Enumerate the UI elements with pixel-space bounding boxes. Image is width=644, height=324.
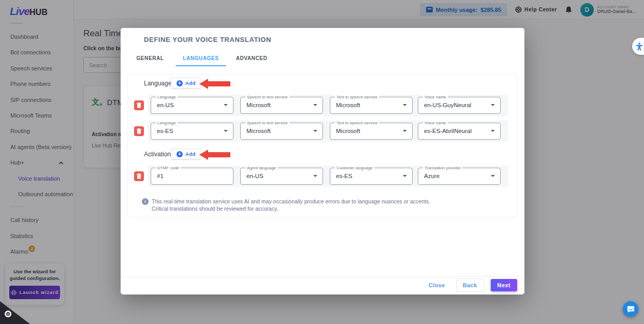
tab-advanced[interactable]: ADVANCED bbox=[226, 53, 277, 66]
field-label: DTMF code bbox=[156, 166, 181, 170]
chevron-down-icon bbox=[491, 175, 495, 177]
stt-service-select[interactable]: Speech to text service Microsoft bbox=[240, 97, 323, 114]
plus-icon: + bbox=[177, 151, 183, 157]
tts-service-select[interactable]: Text to speech service Microsoft bbox=[330, 123, 413, 140]
field-label: Translation provider bbox=[423, 166, 462, 170]
voice-name-select[interactable]: Voice name es-ES-AbrilNeural bbox=[418, 123, 501, 140]
customer-language-select[interactable]: Customer language es-ES bbox=[330, 168, 413, 185]
field-label: Text to speech service bbox=[335, 95, 379, 99]
tab-general[interactable]: GENERAL bbox=[125, 53, 175, 66]
note-line1: This real-time translation service uses … bbox=[152, 198, 430, 205]
trash-icon bbox=[137, 173, 141, 179]
footer-divider bbox=[121, 276, 524, 277]
annotation-arrow-languages bbox=[199, 79, 230, 89]
chevron-down-icon bbox=[313, 104, 317, 106]
add-activation-button[interactable]: + Add bbox=[171, 149, 201, 159]
field-value: Azure bbox=[418, 168, 500, 184]
field-label: Voice name bbox=[423, 95, 448, 99]
field-value: Microsoft bbox=[330, 97, 412, 113]
next-button[interactable]: Next bbox=[491, 279, 517, 291]
activation-section-label: Activation bbox=[144, 151, 171, 158]
chevron-down-icon bbox=[403, 175, 407, 177]
back-button[interactable]: Back bbox=[456, 278, 484, 292]
field-value: Microsoft bbox=[241, 97, 323, 113]
trash-icon bbox=[137, 128, 141, 134]
agent-language-select[interactable]: Agent language en-US bbox=[240, 168, 323, 185]
app-window: LiveHUB Dashboard Bot connections Speech… bbox=[0, 0, 644, 324]
stt-service-select[interactable]: Speech to text service Microsoft bbox=[240, 123, 323, 140]
field-value: Microsoft bbox=[241, 123, 323, 139]
translation-provider-select[interactable]: Translation provider Azure bbox=[418, 168, 501, 185]
dialog-footer: Close Back Next bbox=[425, 278, 517, 292]
chevron-down-icon bbox=[313, 130, 317, 132]
language-select[interactable]: Language en-US bbox=[151, 97, 233, 114]
field-label: Speech to text service bbox=[245, 95, 289, 99]
chevron-down-icon bbox=[224, 130, 228, 132]
annotation-arrow-activation bbox=[199, 150, 230, 160]
tts-service-select[interactable]: Text to speech service Microsoft bbox=[330, 97, 413, 114]
field-label: Language bbox=[156, 121, 178, 125]
voice-name-select[interactable]: Voice name en-US-GuyNeural bbox=[418, 97, 501, 114]
chat-bubble-icon bbox=[627, 305, 635, 313]
delete-language-row-button[interactable] bbox=[134, 126, 144, 136]
chevron-down-icon bbox=[491, 104, 495, 106]
chevron-down-icon bbox=[224, 104, 228, 106]
ai-disclaimer-note: i This real-time translation service use… bbox=[142, 198, 430, 212]
tab-languages[interactable]: LANGUAGES bbox=[175, 53, 226, 66]
chevron-down-icon bbox=[403, 130, 407, 132]
field-value: en-US bbox=[241, 168, 323, 184]
field-value: es-ES-AbrilNeural bbox=[418, 123, 500, 139]
chevron-down-icon bbox=[491, 130, 495, 132]
close-button[interactable]: Close bbox=[425, 279, 449, 291]
chevron-down-icon bbox=[313, 175, 317, 177]
field-label: Agent language bbox=[245, 166, 277, 170]
delete-language-row-button[interactable] bbox=[134, 100, 144, 110]
field-label: Text to speech service bbox=[335, 121, 379, 125]
trash-icon bbox=[137, 102, 141, 108]
plus-icon: + bbox=[177, 80, 183, 86]
field-label: Voice name bbox=[423, 121, 448, 125]
field-label: Customer language bbox=[335, 166, 374, 170]
info-icon: i bbox=[142, 198, 149, 205]
dtmf-code-input[interactable]: DTMF code #1 bbox=[151, 168, 233, 185]
field-value: en-US-GuyNeural bbox=[418, 97, 500, 113]
dialog-tabs: GENERAL LANGUAGES ADVANCED bbox=[125, 53, 277, 66]
chevron-down-icon bbox=[403, 104, 407, 106]
field-value: #1 bbox=[151, 168, 233, 184]
voice-translation-dialog: DEFINE YOUR VOICE TRANSLATION GENERAL LA… bbox=[121, 28, 524, 294]
add-language-button[interactable]: + Add bbox=[171, 78, 201, 89]
field-value: en-US bbox=[151, 97, 233, 113]
field-label: Language bbox=[156, 95, 178, 99]
field-value: Microsoft bbox=[330, 123, 412, 139]
dialog-title: DEFINE YOUR VOICE TRANSLATION bbox=[144, 36, 271, 43]
field-value: es-ES bbox=[151, 123, 233, 139]
languages-section-label: Languages bbox=[144, 80, 174, 87]
note-line2: Critical translations should be reviewed… bbox=[152, 205, 430, 212]
chat-button[interactable] bbox=[623, 301, 638, 317]
field-label: Speech to text service bbox=[245, 121, 289, 125]
accessibility-icon bbox=[636, 42, 643, 51]
language-select[interactable]: Language es-ES bbox=[151, 123, 233, 140]
settings-gear-icon[interactable] bbox=[5, 311, 11, 317]
field-value: es-ES bbox=[330, 168, 412, 184]
delete-activation-row-button[interactable] bbox=[134, 171, 144, 181]
